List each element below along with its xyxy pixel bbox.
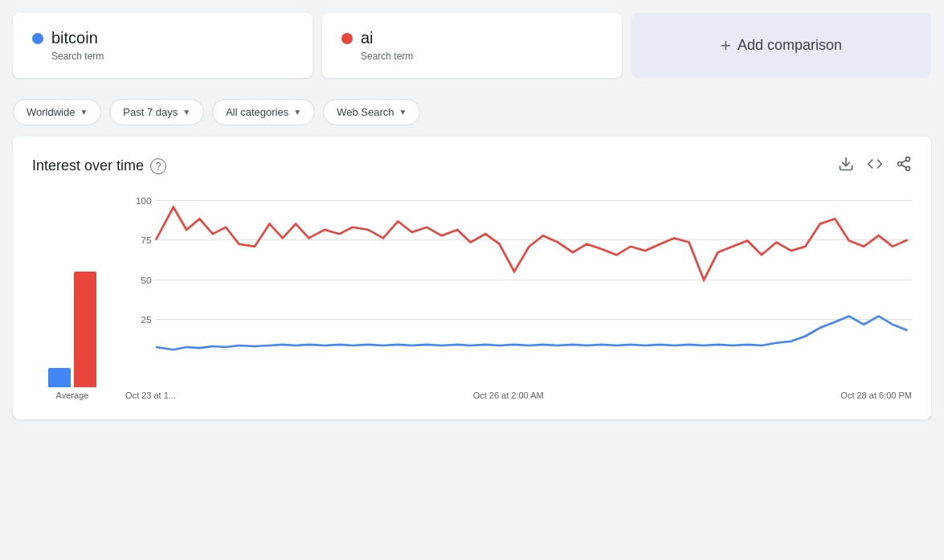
term-title-ai: ai bbox=[341, 29, 603, 47]
ai-dot bbox=[341, 33, 353, 44]
avg-bar-ai bbox=[48, 368, 71, 387]
region-chevron-icon: ▼ bbox=[80, 108, 88, 116]
svg-line-5 bbox=[901, 160, 906, 162]
chart-area: Average 100 75 50 25 bbox=[32, 192, 912, 400]
x-label-3: Oct 28 at 6:00 PM bbox=[840, 390, 912, 400]
chart-title-row: Interest over time ? bbox=[32, 157, 166, 174]
ai-subtitle: Search term bbox=[361, 51, 603, 62]
bitcoin-dot bbox=[32, 33, 43, 44]
chart-header: Interest over time ? bbox=[32, 156, 912, 176]
term-card-ai: ai Search term bbox=[322, 13, 622, 78]
svg-text:50: 50 bbox=[141, 275, 152, 285]
svg-text:100: 100 bbox=[136, 195, 152, 206]
search-type-filter[interactable]: Web Search ▼ bbox=[323, 99, 420, 125]
download-icon[interactable] bbox=[838, 156, 854, 176]
avg-bars bbox=[48, 227, 96, 387]
time-chevron-icon: ▼ bbox=[182, 108, 190, 116]
svg-text:25: 25 bbox=[141, 314, 152, 325]
time-filter[interactable]: Past 7 days ▼ bbox=[109, 99, 204, 125]
chart-actions bbox=[838, 156, 912, 176]
category-chevron-icon: ▼ bbox=[293, 108, 301, 116]
time-filter-label: Past 7 days bbox=[123, 106, 178, 118]
x-axis-labels: Oct 23 at 1... Oct 26 at 2:00 AM Oct 28 … bbox=[125, 387, 912, 400]
category-filter-label: All categories bbox=[226, 106, 288, 118]
top-cards-row: bitcoin Search term ai Search term + Add… bbox=[13, 13, 931, 78]
filter-bar: Worldwide ▼ Past 7 days ▼ All categories… bbox=[13, 88, 931, 137]
term-title-bitcoin: bitcoin bbox=[32, 29, 293, 47]
add-comparison-label: Add comparison bbox=[738, 37, 842, 54]
region-filter-label: Worldwide bbox=[27, 106, 75, 118]
red-line bbox=[156, 207, 907, 280]
plus-icon: + bbox=[721, 35, 731, 56]
help-symbol: ? bbox=[156, 161, 161, 172]
share-icon[interactable] bbox=[896, 156, 912, 176]
region-filter[interactable]: Worldwide ▼ bbox=[13, 99, 101, 125]
x-label-2: Oct 26 at 2:00 AM bbox=[473, 390, 544, 400]
chart-card: Interest over time ? bbox=[13, 137, 931, 419]
svg-text:75: 75 bbox=[141, 235, 152, 245]
line-chart-container: 100 75 50 25 Oct 23 at 1... Oct 26 at 2: bbox=[125, 192, 912, 400]
bitcoin-subtitle: Search term bbox=[51, 51, 293, 62]
category-filter[interactable]: All categories ▼ bbox=[212, 99, 315, 125]
help-icon[interactable]: ? bbox=[150, 158, 166, 174]
line-chart-svg: 100 75 50 25 bbox=[125, 192, 912, 385]
avg-section: Average bbox=[32, 227, 112, 400]
avg-bar-bitcoin bbox=[74, 272, 96, 387]
add-comparison-card[interactable]: + Add comparison bbox=[631, 13, 931, 78]
x-label-1: Oct 23 at 1... bbox=[125, 390, 176, 400]
avg-label: Average bbox=[56, 390, 89, 400]
main-container: bitcoin Search term ai Search term + Add… bbox=[0, 0, 944, 432]
blue-line bbox=[156, 316, 907, 349]
ai-label: ai bbox=[361, 29, 374, 47]
bitcoin-label: bitcoin bbox=[51, 29, 98, 47]
chart-title: Interest over time bbox=[32, 157, 144, 174]
search-type-filter-label: Web Search bbox=[337, 106, 394, 118]
search-type-chevron-icon: ▼ bbox=[398, 108, 407, 116]
term-card-bitcoin: bitcoin Search term bbox=[13, 13, 313, 78]
svg-line-4 bbox=[901, 165, 906, 167]
embed-icon[interactable] bbox=[867, 156, 883, 176]
